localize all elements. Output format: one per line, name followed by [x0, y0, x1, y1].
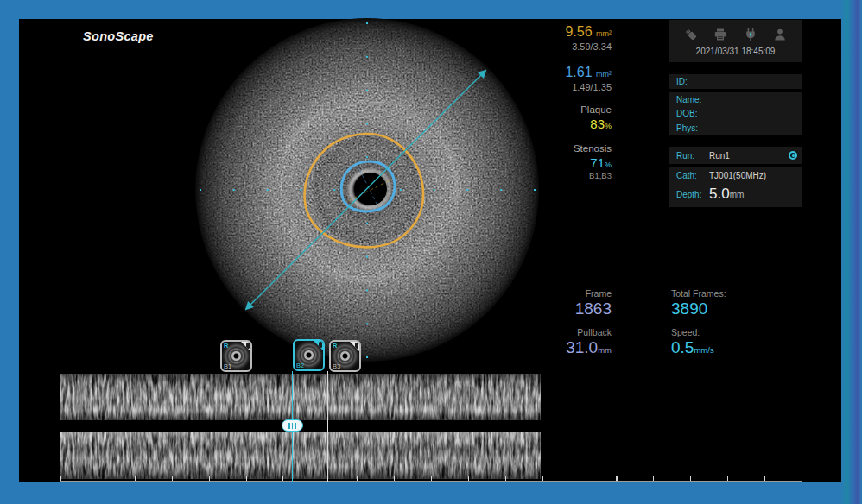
depth-label: Depth: [676, 190, 709, 199]
speed-value: 0.5mm/s [671, 338, 809, 357]
plaque-label: Plaque [501, 104, 612, 115]
user-icon[interactable] [772, 28, 788, 41]
brand-logo: SonoScape [83, 29, 154, 43]
longitudinal-view-lower[interactable] [60, 432, 541, 479]
bookmark-b1-marker-line [219, 371, 219, 482]
patient-id-panel: ID: [669, 74, 802, 89]
speed-label: Speed: [671, 327, 809, 337]
run-value: Run1 [709, 151, 730, 161]
usb-icon[interactable] [683, 28, 699, 41]
plaque-value: 83% [501, 117, 612, 131]
stenosis-reference-bookmarks: B1,B3 [501, 171, 612, 180]
catheter-panel: Cath: TJ001(50MHz) Depth: 5.0mm [669, 167, 802, 207]
total-frames-label: Total Frames: [671, 288, 809, 299]
power-plug-icon[interactable] [743, 28, 758, 41]
frame-value: 1863 [501, 299, 612, 318]
frame-slider-handle[interactable] [282, 419, 303, 432]
pullback-ruler [60, 475, 802, 482]
frame-label: Frame [501, 288, 612, 299]
id-label: ID: [676, 77, 709, 86]
datetime-display: 2021/03/31 18:45:09 [669, 47, 802, 56]
printer-icon[interactable] [713, 28, 728, 41]
bookmark-corner-icon [240, 341, 251, 352]
ivus-image-canvas [194, 17, 540, 362]
vessel-area-value: 9.56 mm² [501, 24, 612, 40]
toolbar-panel: 2021/03/31 18:45:09 [669, 20, 802, 62]
total-frames-value: 3890 [671, 299, 809, 318]
lumen-diameters: 1.49/1.35 [501, 82, 612, 92]
bookmark-thumbnail-b3[interactable]: R B3 [329, 340, 361, 372]
ivus-tomographic-view[interactable] [194, 17, 540, 362]
bookmark-label: B1 [224, 362, 231, 370]
bookmark-thumbnail-b2[interactable]: B2 [293, 339, 325, 371]
longitudinal-view-upper[interactable] [60, 374, 541, 420]
bookmark-corner-icon [313, 340, 324, 351]
stenosis-label: Stenosis [501, 143, 612, 154]
main-screen: SonoScape [19, 19, 841, 482]
depth-value: 5.0 [709, 186, 730, 203]
stenosis-value: 71% [501, 155, 612, 170]
patient-info-panel: Name: DOB: Phys: [669, 92, 802, 135]
cath-value: TJ001(50MHz) [709, 171, 766, 180]
name-label: Name: [676, 95, 709, 104]
dob-label: DOB: [676, 109, 709, 118]
pullback-value: 31.0mm [501, 338, 612, 357]
bookmark-label: B2 [296, 362, 304, 369]
toolbar-icon-row [669, 20, 802, 46]
depth-unit: mm [730, 190, 745, 199]
reference-flag: R [333, 342, 337, 350]
vessel-diameters: 3.59/3.34 [501, 41, 612, 52]
bookmark-thumbnail-b1[interactable]: R B1 [220, 340, 252, 372]
measurement-readouts: 9.56 mm² 3.59/3.34 1.61 mm² 1.49/1.35 Pl… [501, 22, 612, 180]
frame-info-left: Frame 1863 Pullback 31.0mm [501, 288, 612, 366]
run-info-icon[interactable] [789, 151, 797, 160]
reference-flag: R [224, 342, 228, 350]
window-border-accent [840, 0, 862, 504]
echo-bands [60, 374, 541, 420]
pullback-label: Pullback [501, 327, 612, 337]
echo-bands [60, 432, 541, 479]
bookmark-b3-marker-line [327, 371, 328, 482]
app-window: SonoScape [0, 0, 862, 504]
phys-label: Phys: [676, 123, 709, 133]
run-label: Run: [676, 151, 709, 161]
bookmark-corner-icon [349, 341, 360, 352]
frame-info-right: Total Frames: 3890 Speed: 0.5mm/s [671, 288, 809, 366]
cath-label: Cath: [676, 171, 709, 180]
lumen-area-value: 1.61 mm² [501, 65, 612, 80]
bookmark-label: B3 [333, 362, 340, 370]
catheter-shadow [354, 173, 387, 205]
ruler-ticks [60, 476, 802, 481]
run-selector-panel[interactable]: Run: Run1 [669, 147, 802, 164]
